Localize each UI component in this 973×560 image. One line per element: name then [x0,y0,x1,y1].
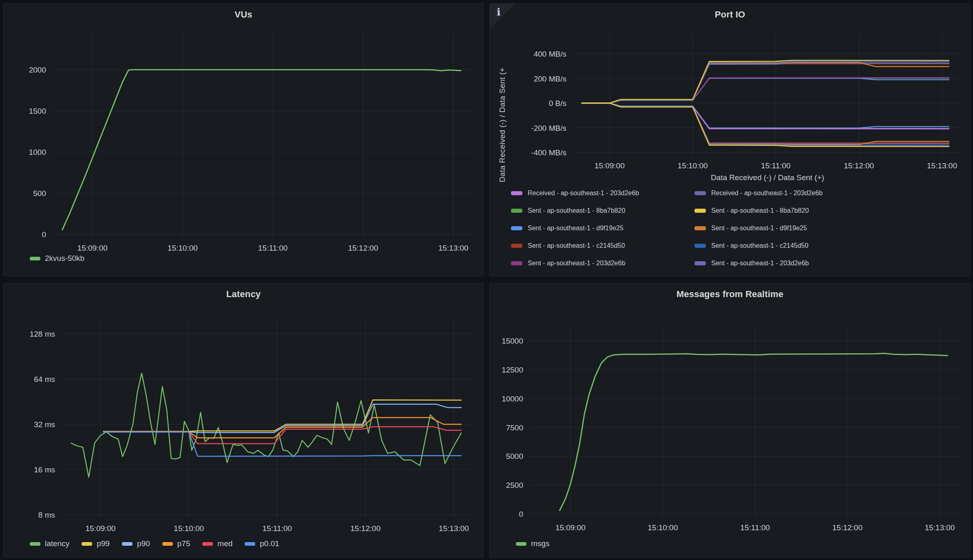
svg-text:15:12:00: 15:12:00 [350,524,380,533]
svg-text:1500: 1500 [29,107,46,115]
series-sent-203d2e6b-purple-line [582,63,949,103]
svg-text:2500: 2500 [506,481,523,489]
svg-text:15:11:00: 15:11:00 [262,524,292,533]
legend-label: p0.01 [260,539,279,548]
panel-messages-from-realtime: Messages from Realtime 15000125001000075… [489,283,971,558]
legend-item-Sent-ap-southeast-1-203d2e6b[interactable]: Sent - ap-southeast-1 - 203d2e6b [694,254,823,272]
panel-title-messages[interactable]: Messages from Realtime [490,289,970,300]
series-p0.01-line [104,432,461,456]
latency-legend: latencyp99p90p75medp0.01 [30,539,279,548]
legend-swatch [516,542,526,546]
y-axis-tick-labels: 400 MB/s200 MB/s0 B/s-200 MB/s-400 MB/s [531,50,566,157]
svg-text:15:09:00: 15:09:00 [85,524,115,533]
legend-item-latency[interactable]: latency [30,539,69,548]
svg-text:32 ms: 32 ms [34,420,55,429]
latency-chart[interactable]: 128 ms64 ms32 ms16 ms8 ms15:09:0015:10:0… [4,283,483,557]
port-io-x-axis-label: Data Received (-) / Data Sent (+) [572,173,963,182]
messages-from-realtime-legend: msgs [516,539,549,548]
legend-item-msgs[interactable]: msgs [516,539,549,548]
y-axis-tick-labels: 2000150010005000 [29,66,46,239]
legend-item-Sent-ap-southeast-1-203d2e6b[interactable]: Sent - ap-southeast-1 - 203d2e6b [511,254,639,272]
legend-swatch [511,209,522,213]
x-axis-tick-labels: 15:09:0015:10:0015:11:0015:12:0015:13:00 [595,161,957,170]
legend-label: Sent - ap-southeast-1 - c2145d50 [711,242,808,249]
panel-title-port-io[interactable]: Port IO [490,9,970,20]
legend-item-p0-01[interactable]: p0.01 [245,539,279,548]
svg-text:15:13:00: 15:13:00 [438,244,469,252]
series-sent-c2145d50-darkred-line [582,64,949,104]
legend-swatch [511,226,522,230]
port-io-y-axis-label: Data Received (-) / Data Sent (+ [498,67,507,182]
svg-text:0: 0 [42,230,46,239]
port-io-legend-column-1: Received - ap-southeast-1 - 203d2e6bSent… [511,188,639,272]
svg-text:15:10:00: 15:10:00 [678,161,708,170]
legend-label: Sent - ap-southeast-1 - 8ba7b820 [711,207,809,214]
legend-item-Sent-ap-southeast-1-d9f19e25[interactable]: Sent - ap-southeast-1 - d9f19e25 [694,219,823,237]
legend-label: Sent - ap-southeast-1 - 8ba7b820 [528,207,625,214]
legend-swatch [30,257,40,260]
svg-text:8 ms: 8 ms [38,511,55,519]
legend-item-Sent-ap-southeast-1-d9f19e25[interactable]: Sent - ap-southeast-1 - d9f19e25 [511,219,639,237]
svg-text:15:13:00: 15:13:00 [924,523,955,532]
legend-item-Sent-ap-southeast-1-c2145d50[interactable]: Sent - ap-southeast-1 - c2145d50 [694,237,823,254]
legend-label: Received - ap-southeast-1 - 203d2e6b [528,190,639,197]
legend-item-Received-ap-southeast-1-203d2e6b[interactable]: Received - ap-southeast-1 - 203d2e6b [694,188,823,202]
legend-swatch [30,542,40,546]
svg-text:15000: 15000 [502,337,523,345]
svg-text:15:11:00: 15:11:00 [258,244,288,252]
panel-info-corner[interactable] [490,4,515,29]
svg-text:12500: 12500 [502,366,523,374]
legend-item-p90[interactable]: p90 [122,539,150,548]
x-axis-tick-labels: 15:09:0015:10:0015:11:0015:12:0015:13:00 [555,523,955,532]
legend-label: p99 [97,539,110,548]
legend-label: latency [45,539,69,548]
legend-item-p99[interactable]: p99 [82,539,110,548]
legend-swatch [245,542,255,546]
series-recv-c2145d50-darkred-line [582,103,949,143]
svg-text:2000: 2000 [29,66,46,74]
legend-item-Received-ap-southeast-1-203d2e6b[interactable]: Received - ap-southeast-1 - 203d2e6b [511,188,639,202]
legend-label: Sent - ap-southeast-1 - d9f19e25 [711,225,807,232]
svg-text:200 MB/s: 200 MB/s [534,75,566,83]
svg-text:15:12:00: 15:12:00 [844,161,874,170]
svg-text:15:11:00: 15:11:00 [761,161,791,170]
svg-text:15:09:00: 15:09:00 [555,523,586,532]
messages-from-realtime-chart[interactable]: 150001250010000750050002500015:09:0015:1… [490,283,970,557]
gridlines [52,32,476,238]
info-icon[interactable]: i [497,6,501,18]
svg-text:64 ms: 64 ms [34,375,55,384]
legend-swatch [511,244,522,248]
svg-text:15:10:00: 15:10:00 [174,524,204,533]
legend-swatch [511,261,522,265]
svg-text:400 MB/s: 400 MB/s [534,50,566,58]
legend-item-Sent-ap-southeast-1-8ba7b820[interactable]: Sent - ap-southeast-1 - 8ba7b820 [694,202,823,219]
svg-text:15:11:00: 15:11:00 [740,523,770,532]
svg-text:15:09:00: 15:09:00 [77,244,108,252]
series-recv-8ba7b820-yellow-line [582,103,949,147]
legend-item-Sent-ap-southeast-1-c2145d50[interactable]: Sent - ap-southeast-1 - c2145d50 [511,237,639,254]
legend-item-Sent-ap-southeast-1-8ba7b820[interactable]: Sent - ap-southeast-1 - 8ba7b820 [511,202,639,219]
legend-item-med[interactable]: med [202,539,232,548]
legend-swatch [694,261,706,265]
svg-text:7500: 7500 [506,423,523,432]
svg-text:15:13:00: 15:13:00 [927,161,957,170]
svg-text:15:12:00: 15:12:00 [348,244,378,252]
legend-item-2kvus-50kb[interactable]: 2kvus-50kb [30,254,84,263]
svg-text:0 B/s: 0 B/s [549,99,566,108]
panel-latency: Latency 128 ms64 ms32 ms16 ms8 ms15:09:0… [3,283,484,558]
legend-swatch [694,244,706,248]
vus-legend: 2kvus-50kb [30,254,84,263]
vus-chart[interactable]: 200015001000500015:09:0015:10:0015:11:00… [4,4,483,276]
svg-text:15:12:00: 15:12:00 [832,523,862,532]
svg-text:16 ms: 16 ms [34,465,55,474]
x-axis-tick-labels: 15:09:0015:10:0015:11:0015:12:0015:13:00 [77,244,469,252]
series-latency-line [71,373,461,478]
panel-port-io: i Port IO Data Received (-) / Data Sent … [489,3,971,276]
panel-title-vus[interactable]: VUs [4,9,483,20]
y-axis-tick-labels: 128 ms64 ms32 ms16 ms8 ms [30,330,55,519]
legend-item-p75[interactable]: p75 [162,539,190,548]
legend-label: Received - ap-southeast-1 - 203d2e6b [711,190,823,197]
legend-swatch [694,226,706,230]
panel-title-latency[interactable]: Latency [4,289,483,300]
series-2kvus-50kb-line [62,70,461,230]
